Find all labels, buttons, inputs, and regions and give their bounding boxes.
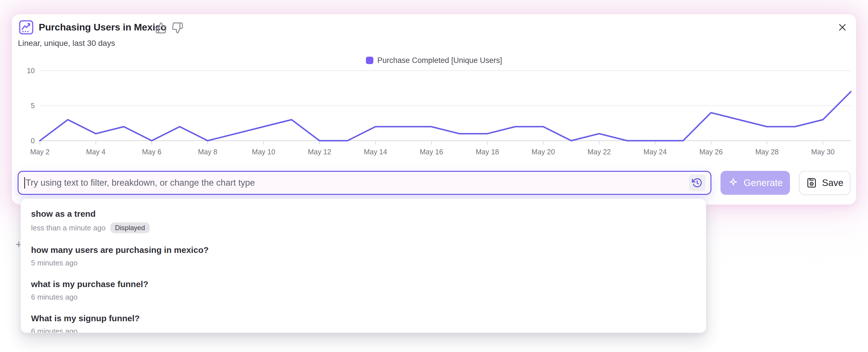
chart-subtitle: Linear, unique, last 30 days <box>18 39 115 48</box>
svg-text:May 10: May 10 <box>252 148 275 156</box>
svg-text:May 12: May 12 <box>308 148 331 156</box>
generate-label: Generate <box>744 178 783 188</box>
history-item-time: 6 minutes ago <box>31 327 78 333</box>
save-icon <box>806 177 817 189</box>
close-icon[interactable] <box>837 22 848 33</box>
history-item-time: 6 minutes ago <box>31 293 78 301</box>
text-caret <box>24 177 25 189</box>
svg-text:May 14: May 14 <box>364 148 387 156</box>
history-button[interactable] <box>689 174 705 191</box>
svg-text:May 2: May 2 <box>30 148 50 156</box>
page-title: Purchasing Users in Mexico <box>39 22 166 33</box>
history-item-title: how many users are purchasing in mexico? <box>31 245 696 255</box>
svg-text:10: 10 <box>27 67 35 75</box>
svg-text:May 6: May 6 <box>142 148 161 156</box>
svg-text:May 20: May 20 <box>532 148 555 156</box>
displayed-badge: Displayed <box>110 222 150 233</box>
query-history-dropdown: show as a trend less than a minute ago D… <box>21 198 706 333</box>
history-item[interactable]: how many users are purchasing in mexico?… <box>21 239 706 273</box>
thumbs-up-icon[interactable] <box>155 22 167 34</box>
prompt-placeholder: Try using text to filter, breakdown, or … <box>26 178 689 188</box>
svg-text:5: 5 <box>31 102 35 110</box>
line-chart-icon <box>18 19 34 35</box>
svg-text:0: 0 <box>31 137 35 145</box>
history-item-title: what is my purchase funnel? <box>31 279 696 289</box>
svg-text:May 28: May 28 <box>755 148 779 156</box>
sparkle-icon <box>727 177 739 189</box>
svg-text:May 18: May 18 <box>475 148 499 156</box>
chart-card: Purchasing Users in Mexico Linear, uniqu… <box>12 14 856 204</box>
history-item-title: What is my signup funnel? <box>31 314 696 323</box>
ai-prompt-input[interactable]: Try using text to filter, breakdown, or … <box>18 171 711 195</box>
history-item-title: show as a trend <box>31 209 696 219</box>
generate-button[interactable]: Generate <box>720 171 790 195</box>
svg-text:May 16: May 16 <box>420 148 443 156</box>
svg-text:May 8: May 8 <box>198 148 217 156</box>
save-label: Save <box>822 178 843 188</box>
history-item[interactable]: what is my purchase funnel? 6 minutes ag… <box>21 273 706 307</box>
history-item[interactable]: show as a trend less than a minute ago D… <box>21 203 706 239</box>
svg-text:May 24: May 24 <box>643 148 666 156</box>
history-item[interactable]: What is my signup funnel? 6 minutes ago <box>21 307 706 333</box>
history-item-time: 5 minutes ago <box>31 259 78 267</box>
save-button[interactable]: Save <box>799 171 850 195</box>
svg-text:May 30: May 30 <box>811 148 835 156</box>
history-clock-icon <box>692 178 703 188</box>
svg-text:May 4: May 4 <box>86 148 105 156</box>
svg-text:May 22: May 22 <box>588 148 611 156</box>
line-chart: 0510May 2May 4May 6May 8May 10May 12May … <box>12 63 856 165</box>
thumbs-down-icon[interactable] <box>172 22 183 34</box>
history-item-time: less than a minute ago <box>31 224 106 232</box>
svg-text:May 26: May 26 <box>700 148 723 156</box>
